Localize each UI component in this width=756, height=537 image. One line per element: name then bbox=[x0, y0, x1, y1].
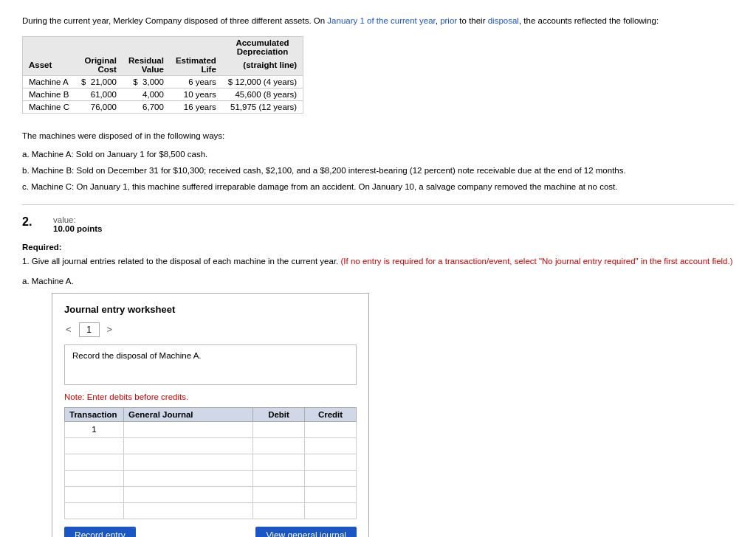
credit-cell[interactable] bbox=[305, 486, 357, 502]
general-journal-cell[interactable] bbox=[124, 437, 253, 454]
original-cost: 76,000 bbox=[75, 101, 123, 114]
intro-paragraph: During the current year, Merkley Company… bbox=[22, 15, 734, 27]
points-value: 10.00 points bbox=[53, 224, 102, 233]
question-section: 2. value: 10.00 points bbox=[22, 215, 734, 233]
journal-table[interactable]: Transaction General Journal Debit Credit… bbox=[64, 407, 357, 519]
est-life: 6 years bbox=[170, 76, 222, 89]
record-entry-button[interactable]: Record entry bbox=[64, 527, 136, 537]
credit-cell[interactable] bbox=[305, 421, 357, 437]
table-row bbox=[65, 470, 357, 486]
disposal-item-a: a. Machine A: Sold on January 1 for $8,5… bbox=[22, 148, 734, 161]
required-note: (If no entry is required for a transacti… bbox=[341, 257, 733, 266]
credit-cell[interactable] bbox=[305, 437, 357, 454]
col-header-general-journal: General Journal bbox=[124, 407, 253, 421]
debit-cell[interactable] bbox=[253, 502, 305, 519]
original-cost: 61,000 bbox=[75, 89, 123, 101]
asset-name: Machine B bbox=[23, 89, 75, 101]
table-row bbox=[65, 502, 357, 519]
general-journal-cell[interactable] bbox=[124, 486, 253, 502]
transaction-number bbox=[65, 470, 124, 486]
col-header-credit: Credit bbox=[305, 407, 357, 421]
machine-label: a. Machine A. bbox=[22, 277, 734, 285]
view-general-journal-button[interactable]: View general journal bbox=[255, 527, 357, 537]
table-row bbox=[65, 486, 357, 502]
debit-cell[interactable] bbox=[253, 421, 305, 437]
credit-cell[interactable] bbox=[305, 470, 357, 486]
transaction-number bbox=[65, 454, 124, 470]
disposal-list: a. Machine A: Sold on January 1 for $8,5… bbox=[22, 148, 734, 194]
question-meta: value: 10.00 points bbox=[53, 215, 102, 233]
section-divider bbox=[22, 204, 734, 205]
col-asset: Asset bbox=[23, 56, 75, 76]
required-instruction: 1. Give all journal entries related to t… bbox=[22, 254, 734, 269]
acc-dep: 45,600 (8 years) bbox=[222, 89, 303, 101]
col-estimated-life: EstimatedLife bbox=[170, 56, 222, 76]
required-label: Required: bbox=[22, 243, 62, 252]
general-journal-cell[interactable] bbox=[124, 421, 253, 437]
transaction-number bbox=[65, 437, 124, 454]
col-original-cost: OriginalCost bbox=[75, 56, 123, 76]
asset-table-container: AccumulatedDepreciation Asset OriginalCo… bbox=[22, 36, 303, 114]
worksheet-title: Journal entry worksheet bbox=[64, 304, 357, 315]
col-residual-value: ResidualValue bbox=[123, 56, 170, 76]
description-box: Record the disposal of Machine A. bbox=[64, 344, 357, 385]
transaction-number: 1 bbox=[65, 421, 124, 437]
value-label: value: bbox=[53, 215, 102, 224]
journal-worksheet: Journal entry worksheet < 1 > Record the… bbox=[52, 293, 369, 537]
debit-cell[interactable] bbox=[253, 486, 305, 502]
general-journal-cell[interactable] bbox=[124, 502, 253, 519]
asset-name: Machine C bbox=[23, 101, 75, 114]
table-row: Machine A $ 21,000 $ 3,000 6 years $ 12,… bbox=[23, 76, 303, 89]
debit-cell[interactable] bbox=[253, 437, 305, 454]
est-life: 16 years bbox=[170, 101, 222, 114]
acc-dep-header: AccumulatedDepreciation bbox=[222, 37, 303, 56]
disposal-item-b: b. Machine B: Sold on December 31 for $1… bbox=[22, 164, 734, 177]
residual-value: 4,000 bbox=[123, 89, 170, 101]
nav-prev-button[interactable]: < bbox=[64, 324, 73, 335]
col-header-transaction: Transaction bbox=[65, 407, 124, 421]
nav-row: < 1 > bbox=[64, 322, 357, 337]
disposal-item-c: c. Machine C: On January 1, this machine… bbox=[22, 180, 734, 193]
acc-dep: $ 12,000 (4 years) bbox=[222, 76, 303, 89]
credit-cell[interactable] bbox=[305, 454, 357, 470]
nav-page-number: 1 bbox=[79, 322, 100, 337]
note-text: Note: Enter debits before credits. bbox=[64, 392, 357, 401]
col-header-debit: Debit bbox=[253, 407, 305, 421]
question-number: 2. bbox=[22, 215, 44, 233]
intro-highlight-jan: January 1 of the current year bbox=[327, 16, 435, 25]
residual-value: 6,700 bbox=[123, 101, 170, 114]
debit-cell[interactable] bbox=[253, 454, 305, 470]
nav-next-button[interactable]: > bbox=[106, 324, 114, 335]
general-journal-cell[interactable] bbox=[124, 470, 253, 486]
asset-table: AccumulatedDepreciation Asset OriginalCo… bbox=[23, 37, 303, 113]
transaction-number bbox=[65, 486, 124, 502]
asset-name: Machine A bbox=[23, 76, 75, 89]
intro-highlight-prior: prior bbox=[440, 16, 457, 25]
credit-cell[interactable] bbox=[305, 502, 357, 519]
col-acc-dep-straight: (straight line) bbox=[222, 56, 303, 76]
table-row: Machine B 61,000 4,000 10 years 45,600 (… bbox=[23, 89, 303, 101]
original-cost: $ 21,000 bbox=[75, 76, 123, 89]
buttons-row: Record entry Clear entry View general jo… bbox=[64, 527, 357, 537]
table-row: Machine C 76,000 6,700 16 years 51,975 (… bbox=[23, 101, 303, 114]
general-journal-cell[interactable] bbox=[124, 454, 253, 470]
acc-dep: 51,975 (12 years) bbox=[222, 101, 303, 114]
intro-highlight-disposal: disposal bbox=[488, 16, 519, 25]
buttons-left: Record entry Clear entry bbox=[64, 527, 136, 537]
debit-cell[interactable] bbox=[253, 470, 305, 486]
est-life: 10 years bbox=[170, 89, 222, 101]
table-row bbox=[65, 454, 357, 470]
residual-value: $ 3,000 bbox=[123, 76, 170, 89]
table-row bbox=[65, 437, 357, 454]
table-row: 1 bbox=[65, 421, 357, 437]
transaction-number bbox=[65, 502, 124, 519]
disposal-intro: The machines were disposed of in the fol… bbox=[22, 129, 734, 142]
required-section: Required: 1. Give all journal entries re… bbox=[22, 240, 734, 269]
